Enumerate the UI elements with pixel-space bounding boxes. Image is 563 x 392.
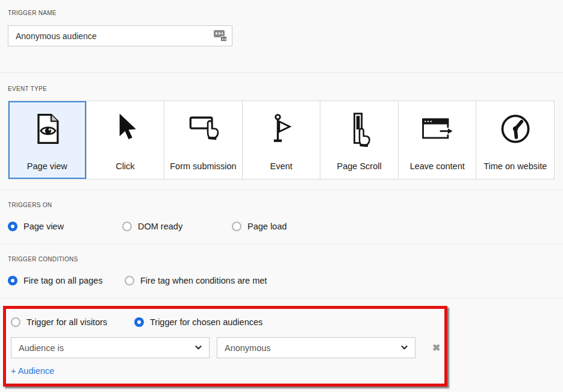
audience-condition-row: Audience is Anonymous ✖ <box>11 337 444 358</box>
leave-content-icon <box>419 110 455 148</box>
radio-label: Trigger for all visitors <box>26 317 107 327</box>
tile-label: Event <box>270 161 292 171</box>
tile-label: Form submission <box>170 161 236 171</box>
add-audience-link[interactable]: + Audience <box>11 366 54 376</box>
event-flag-icon <box>263 110 299 148</box>
radio-label: DOM ready <box>138 222 182 231</box>
click-cursor-icon <box>107 110 143 148</box>
tile-label: Page view <box>27 161 67 171</box>
radio-option-fire-all-pages[interactable]: Fire tag on all pages <box>8 276 125 285</box>
dropdown-value: Anonymous <box>225 343 271 353</box>
trigger-name-section: TRIGGER NAME <box>0 0 563 72</box>
chevron-down-icon <box>195 346 202 350</box>
trigger-settings-page: TRIGGER NAME EVENT TYPE <box>0 0 563 392</box>
trigger-name-input-wrap <box>8 25 232 46</box>
trigger-conditions-section: TRIGGER CONDITIONS Fire tag on all pages… <box>0 244 563 298</box>
event-type-section: EVENT TYPE Page view <box>0 72 563 190</box>
radio-unselected-icon <box>11 317 20 327</box>
remove-condition-icon[interactable]: ✖ <box>432 343 440 353</box>
radio-label: Fire tag on all pages <box>23 276 102 285</box>
tile-label: Time on website <box>484 161 547 171</box>
trigger-conditions-options: Fire tag on all pages Fire tag when cond… <box>8 276 555 285</box>
radio-option-page-view[interactable]: Page view <box>8 222 122 231</box>
event-type-tiles: Page view Click <box>8 101 555 179</box>
radio-label: Page load <box>247 222 287 231</box>
radio-unselected-icon <box>122 222 132 231</box>
radio-option-chosen-audiences[interactable]: Trigger for chosen audiences <box>134 317 263 327</box>
tile-leave-content[interactable]: Leave content <box>399 101 477 179</box>
radio-option-fire-conditions-met[interactable]: Fire tag when conditions are met <box>125 276 267 285</box>
radio-unselected-icon <box>125 276 134 285</box>
audience-section: Trigger for all visitors Trigger for cho… <box>0 298 563 392</box>
audience-value-dropdown[interactable]: Anonymous <box>217 337 415 358</box>
page-scroll-icon <box>341 110 378 148</box>
tile-time-on-website[interactable]: Time on website <box>476 101 554 179</box>
radio-option-dom-ready[interactable]: DOM ready <box>122 222 232 231</box>
page-view-icon <box>29 110 65 148</box>
tile-form-submission[interactable]: Form submission <box>164 101 243 179</box>
radio-label: Trigger for chosen audiences <box>150 317 263 327</box>
trigger-conditions-label: TRIGGER CONDITIONS <box>8 256 555 263</box>
trigger-name-input[interactable] <box>16 31 214 41</box>
radio-unselected-icon <box>232 222 241 231</box>
radio-label: Fire tag when conditions are met <box>140 276 267 285</box>
triggers-on-section: TRIGGERS ON Page view DOM ready Page loa… <box>0 190 563 244</box>
tile-label: Leave content <box>410 161 465 171</box>
radio-label: Page view <box>23 222 64 231</box>
tile-click[interactable]: Click <box>87 101 165 179</box>
dropdown-value: Audience is <box>19 343 64 353</box>
audience-options: Trigger for all visitors Trigger for cho… <box>11 317 444 327</box>
form-submission-icon <box>185 110 221 148</box>
annotation-red-box: Trigger for all visitors Trigger for cho… <box>3 306 447 387</box>
tile-page-scroll[interactable]: Page Scroll <box>320 101 399 179</box>
trigger-name-label: TRIGGER NAME <box>8 10 555 17</box>
tile-event[interactable]: Event <box>243 101 321 179</box>
radio-selected-icon <box>134 317 144 327</box>
radio-option-all-visitors[interactable]: Trigger for all visitors <box>11 317 134 327</box>
chevron-down-icon <box>401 346 408 350</box>
tile-page-view[interactable]: Page view <box>8 101 87 179</box>
triggers-on-options: Page view DOM ready Page load <box>8 222 555 231</box>
radio-option-page-load[interactable]: Page load <box>232 222 287 231</box>
extension-badge-icon[interactable] <box>214 30 227 42</box>
tile-label: Click <box>116 161 134 171</box>
triggers-on-label: TRIGGERS ON <box>8 202 555 209</box>
audience-condition-dropdown[interactable]: Audience is <box>11 337 210 358</box>
radio-selected-icon <box>8 276 17 285</box>
event-type-label: EVENT TYPE <box>8 86 555 93</box>
tile-label: Page Scroll <box>337 161 382 171</box>
time-on-website-icon <box>497 110 533 148</box>
radio-selected-icon <box>8 222 17 231</box>
